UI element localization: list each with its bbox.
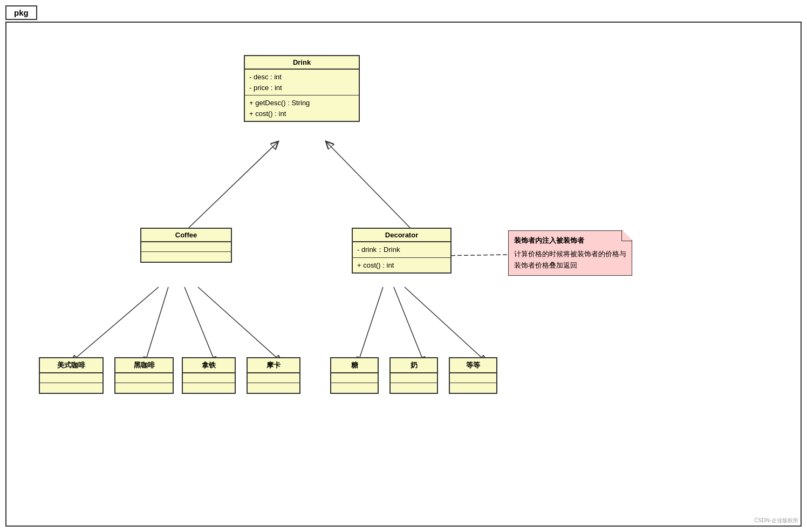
etc-method	[450, 383, 496, 393]
coffee-class-name: Coffee	[141, 229, 231, 242]
milk-method	[391, 383, 437, 393]
diagram-area: Drink - desc : int - price : int + getDe…	[5, 22, 802, 527]
mocha-method	[248, 383, 299, 393]
black-method	[115, 383, 173, 393]
arrows-svg	[6, 23, 801, 526]
note-body: 计算价格的时候将被装饰者的价格与装饰者价格叠加返回	[514, 249, 626, 271]
watermark: CSDN-企业版权所	[754, 517, 798, 524]
svg-line-1	[327, 142, 410, 228]
latte-method	[183, 383, 235, 393]
drink-attributes: - desc : int - price : int	[245, 70, 359, 96]
etc-name: 等等	[450, 358, 496, 373]
milk-name: 奶	[391, 358, 437, 373]
milk-attr	[391, 373, 437, 383]
main-canvas: pkg	[0, 0, 807, 532]
decorator-class-name: Decorator	[353, 229, 450, 242]
svg-line-6	[360, 287, 383, 357]
etc-attr	[450, 373, 496, 383]
drink-class: Drink - desc : int - price : int + getDe…	[244, 55, 360, 122]
sugar-name: 糖	[331, 358, 378, 373]
decorator-method-1: + cost() : int	[357, 260, 446, 271]
latte-name: 拿铁	[183, 358, 235, 373]
svg-line-0	[189, 142, 277, 228]
americano-name: 美式咖啡	[40, 358, 102, 373]
decorator-class: Decorator - drink：Drink + cost() : int	[352, 228, 452, 274]
americano-attr	[40, 373, 102, 383]
sugar-attr	[331, 373, 378, 383]
svg-line-5	[198, 287, 276, 357]
note-corner	[623, 230, 632, 240]
svg-line-4	[184, 287, 213, 357]
etc-class: 等等	[449, 357, 497, 394]
mocha-name: 摩卡	[248, 358, 299, 373]
coffee-class: Coffee	[140, 228, 232, 263]
sugar-method	[331, 383, 378, 393]
drink-attr-1: - desc : int	[249, 72, 354, 83]
tab-bar: pkg	[5, 5, 37, 20]
pkg-tab[interactable]: pkg	[5, 5, 37, 20]
americano-method	[40, 383, 102, 393]
coffee-attributes-empty	[141, 242, 231, 252]
black-name: 黑咖啡	[115, 358, 173, 373]
sugar-class: 糖	[330, 357, 379, 394]
mocha-class: 摩卡	[247, 357, 300, 394]
decorator-attributes: - drink：Drink	[353, 242, 450, 258]
latte-attr	[183, 373, 235, 383]
drink-attr-2: - price : int	[249, 83, 354, 93]
drink-methods: + getDesc() : String + cost() : int	[245, 96, 359, 121]
drink-method-2: + cost() : int	[249, 108, 354, 119]
drink-class-name: Drink	[245, 56, 359, 70]
svg-line-8	[405, 287, 481, 357]
svg-line-7	[394, 287, 422, 357]
coffee-methods-empty	[141, 252, 231, 262]
note-box: 装饰者内注入被装饰者 计算价格的时候将被装饰者的价格与装饰者价格叠加返回	[508, 230, 632, 276]
note-title: 装饰者内注入被装饰者	[514, 235, 626, 247]
americano-class: 美式咖啡	[39, 357, 104, 394]
svg-line-2	[77, 287, 159, 357]
latte-class: 拿铁	[182, 357, 236, 394]
decorator-attr-1: - drink：Drink	[357, 244, 446, 255]
mocha-attr	[248, 373, 299, 383]
decorator-methods: + cost() : int	[353, 258, 450, 273]
drink-method-1: + getDesc() : String	[249, 98, 354, 108]
svg-line-3	[147, 287, 168, 357]
black-class: 黑咖啡	[114, 357, 174, 394]
milk-class: 奶	[389, 357, 438, 394]
black-attr	[115, 373, 173, 383]
